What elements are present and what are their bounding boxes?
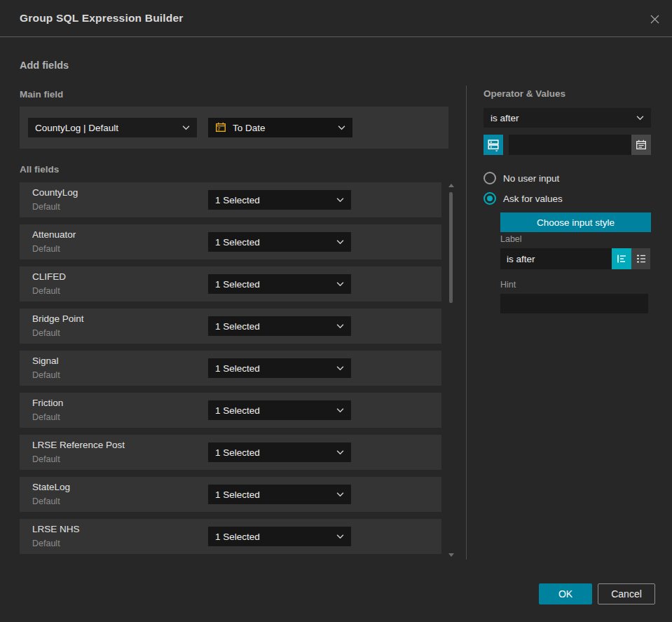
field-selected-value: 1 Selected [215, 405, 336, 416]
field-subtype: Default [32, 412, 60, 422]
all-fields-list: CountyLog Default 1 Selected Attenuator … [20, 182, 441, 561]
all-fields-label: All fields [20, 164, 59, 175]
field-name: Bridge Point [32, 313, 84, 324]
field-row-statelog[interactable]: StateLog Default 1 Selected [20, 477, 441, 512]
field-selected-value: 1 Selected [215, 532, 336, 542]
chevron-down-icon [336, 198, 344, 203]
operator-select-value: is after [491, 113, 636, 123]
radio-no-user-input[interactable]: No user input [484, 172, 559, 184]
field-subtype: Default [32, 370, 60, 380]
field-name: Signal [32, 356, 59, 366]
field-selected-dropdown[interactable]: 1 Selected [208, 485, 351, 504]
main-field-date-select[interactable]: To Date [208, 118, 352, 137]
chevron-down-icon [336, 450, 344, 455]
field-row-friction[interactable]: Friction Default 1 Selected [20, 393, 441, 428]
field-name: StateLog [32, 482, 70, 492]
add-fields-heading: Add fields [20, 60, 69, 71]
field-row-lrse-reference-post[interactable]: LRSE Reference Post Default 1 Selected [20, 435, 441, 470]
choose-input-style-button[interactable]: Choose input style [500, 212, 651, 232]
value-date-picker-button[interactable] [631, 135, 651, 155]
field-selected-value: 1 Selected [215, 447, 336, 458]
align-left-icon [615, 252, 629, 266]
hint-input[interactable] [500, 294, 648, 313]
field-row-signal[interactable]: Signal Default 1 Selected [20, 351, 441, 386]
field-subtype: Default [32, 286, 60, 296]
unique-values-icon [486, 137, 500, 152]
field-name: LRSE Reference Post [32, 440, 125, 450]
field-selected-value: 1 Selected [215, 363, 336, 374]
hint-field-label: Hint [500, 280, 516, 290]
field-name: Attenuator [32, 229, 76, 240]
chevron-down-icon [636, 116, 644, 121]
main-field-select-value: CountyLog | Default [35, 123, 182, 133]
radio-label: Ask for values [503, 194, 563, 204]
field-name: CountyLog [32, 187, 78, 198]
field-selected-value: 1 Selected [215, 237, 336, 248]
field-row-clifed[interactable]: CLIFED Default 1 Selected [20, 266, 441, 302]
chevron-down-icon [338, 126, 345, 130]
field-selected-value: 1 Selected [215, 489, 336, 500]
input-style-list-button[interactable] [631, 248, 650, 269]
field-selected-value: 1 Selected [215, 321, 336, 332]
chevron-down-icon [336, 408, 344, 413]
radio-circle-icon [484, 172, 496, 184]
operator-select[interactable]: is after [484, 108, 651, 128]
set-values-button[interactable] [484, 135, 503, 155]
field-row-lrse-nhs[interactable]: LRSE NHS Default 1 Selected [20, 519, 441, 554]
field-selected-dropdown[interactable]: 1 Selected [208, 190, 351, 210]
chevron-down-icon [336, 492, 344, 497]
field-selected-dropdown[interactable]: 1 Selected [208, 527, 351, 546]
close-button[interactable] [647, 11, 662, 27]
chevron-down-icon [336, 240, 344, 245]
label-input[interactable] [500, 248, 612, 269]
main-field-select[interactable]: CountyLog | Default [28, 118, 197, 137]
field-selected-dropdown[interactable]: 1 Selected [208, 232, 351, 252]
scrollbar-down-arrow[interactable] [448, 553, 454, 557]
main-field-label: Main field [20, 89, 63, 100]
cancel-button-label: Cancel [611, 588, 642, 600]
field-subtype: Default [32, 328, 60, 338]
scrollbar-up-arrow[interactable] [448, 184, 454, 187]
calendar-icon [636, 140, 647, 151]
field-row-attenuator[interactable]: Attenuator Default 1 Selected [20, 224, 441, 259]
bulleted-list-icon [634, 252, 648, 266]
field-selected-value: 1 Selected [215, 279, 336, 290]
field-name: LRSE NHS [32, 524, 80, 534]
field-row-countylog[interactable]: CountyLog Default 1 Selected [20, 182, 441, 217]
calendar-icon [215, 122, 226, 133]
operator-values-heading: Operator & Values [484, 88, 565, 99]
ok-button[interactable]: OK [539, 583, 592, 604]
field-selected-dropdown[interactable]: 1 Selected [208, 274, 351, 294]
ok-button-label: OK [558, 588, 572, 600]
field-row-bridge-point[interactable]: Bridge Point Default 1 Selected [20, 309, 441, 344]
field-selected-dropdown[interactable]: 1 Selected [208, 316, 351, 336]
dialog-header: Group SQL Expression Builder [0, 0, 672, 37]
radio-ask-for-values[interactable]: Ask for values [484, 192, 563, 205]
chevron-down-icon [336, 534, 344, 539]
main-field-date-value: To Date [233, 123, 338, 133]
field-selected-dropdown[interactable]: 1 Selected [208, 400, 351, 420]
cancel-button[interactable]: Cancel [598, 583, 655, 604]
scrollbar-thumb[interactable] [449, 192, 453, 303]
value-input[interactable] [509, 135, 631, 155]
field-selected-dropdown[interactable]: 1 Selected [208, 442, 351, 462]
field-selected-dropdown[interactable]: 1 Selected [208, 358, 351, 378]
field-subtype: Default [32, 454, 60, 464]
main-field-panel: CountyLog | Default To Date [20, 107, 448, 149]
field-name: Friction [32, 398, 63, 408]
chevron-down-icon [182, 126, 190, 130]
chevron-down-icon [336, 324, 344, 329]
field-selected-value: 1 Selected [215, 195, 336, 205]
dialog-title: Group SQL Expression Builder [20, 0, 184, 36]
choose-input-style-label: Choose input style [537, 217, 615, 228]
field-subtype: Default [32, 539, 60, 548]
field-subtype: Default [32, 496, 60, 506]
field-subtype: Default [32, 202, 60, 212]
input-style-text-button[interactable] [612, 248, 631, 269]
field-name: CLIFED [32, 271, 66, 282]
radio-label: No user input [503, 173, 559, 184]
label-field-label: Label [500, 234, 522, 244]
close-icon [650, 14, 660, 25]
radio-circle-icon [484, 192, 496, 205]
chevron-down-icon [336, 282, 344, 287]
